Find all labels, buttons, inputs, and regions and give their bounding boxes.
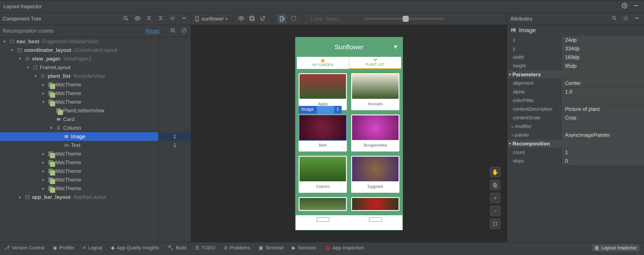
minimize-icon[interactable] — [181, 15, 188, 22]
chevron-right-icon[interactable]: ▸ — [512, 125, 514, 129]
chevron-icon[interactable]: ▾ — [26, 65, 30, 70]
tree-node[interactable]: ▾nav_host - FragmentContainerView — [0, 37, 158, 46]
gear-icon[interactable] — [170, 15, 176, 22]
plant-card[interactable]: Cilantro — [299, 156, 347, 193]
bottom-tab[interactable]: ▶Services — [292, 245, 316, 251]
plant-card[interactable]: Eggplant — [351, 156, 400, 193]
expand-icon[interactable] — [146, 15, 153, 22]
bottom-tab[interactable]: ☰TODO — [195, 245, 215, 251]
search-icon[interactable] — [123, 15, 130, 22]
tree-node[interactable]: ▸MdcTheme — [0, 150, 158, 158]
chevron-icon[interactable]: ▸ — [18, 195, 22, 200]
bottom-tab[interactable]: 🐞App Inspection — [324, 245, 364, 251]
attr-value[interactable]: 24dp — [562, 36, 644, 44]
bottom-tab-active[interactable]: Layout Inspector — [592, 244, 640, 252]
plant-card[interactable]: Bougainvillea — [351, 115, 400, 152]
attr-value[interactable]: 1.0 — [562, 87, 644, 96]
attribute-row[interactable]: alpha1.0 — [507, 87, 644, 96]
attribute-row[interactable]: count1 — [507, 148, 644, 156]
reset-link[interactable]: Reset — [146, 28, 159, 34]
attribute-row[interactable]: width169dp — [507, 53, 644, 61]
section-parameters[interactable]: ▾ Parameters — [507, 70, 644, 79]
export-icon[interactable] — [260, 15, 267, 22]
tree-node[interactable]: Card — [0, 115, 158, 124]
refresh-icon[interactable] — [290, 15, 297, 22]
attribute-row[interactable]: ▸modifier — [507, 122, 644, 131]
chevron-icon[interactable]: ▾ — [10, 48, 14, 52]
plant-card[interactable]: Avocado — [351, 73, 400, 110]
attr-value[interactable]: AsyncImagePainter — [562, 131, 644, 139]
tree-node[interactable]: ▾plant_list - RecyclerView — [0, 72, 158, 80]
snapshot-button[interactable] — [278, 14, 286, 23]
attribute-row[interactable]: contentScaleCrop — [507, 113, 644, 122]
device-selector[interactable]: sunflower ▾ — [194, 16, 227, 22]
zoom-in-button[interactable]: + — [490, 193, 500, 203]
plant-card[interactable]: Image1Beet — [299, 115, 347, 152]
plant-card[interactable] — [351, 197, 400, 211]
tree-node[interactable]: ▾Column — [0, 124, 158, 132]
tree-node[interactable]: ▸MdcTheme — [0, 89, 158, 98]
tree-node[interactable]: ▸app_bar_layout - AppBarLayout — [0, 193, 158, 201]
eye-icon[interactable] — [238, 15, 245, 22]
gear-icon[interactable] — [622, 2, 629, 10]
minimize-icon[interactable] — [634, 15, 641, 22]
chevron-icon[interactable]: ▸ — [41, 177, 46, 182]
attribute-row[interactable]: ▸painterAsyncImagePainter — [507, 131, 644, 139]
tree-node[interactable]: AbText — [0, 141, 158, 150]
layer-spacing-slider[interactable] — [364, 18, 444, 20]
attr-value[interactable]: 95dp — [562, 62, 644, 70]
tree-node[interactable]: ▸MdcTheme — [0, 184, 158, 193]
chevron-icon[interactable]: ▾ — [41, 100, 46, 104]
attribute-row[interactable]: contentDescriptionPicture of plant — [507, 105, 644, 113]
bottom-tab[interactable]: ◉Profiler — [53, 245, 74, 251]
bottom-tab[interactable]: ◆App Quality Insights — [111, 245, 159, 251]
chevron-icon[interactable]: ▾ — [33, 74, 38, 78]
bottom-tab[interactable]: ⊘Problems — [224, 245, 250, 251]
eye-icon[interactable] — [134, 15, 142, 22]
gear-icon[interactable] — [623, 15, 630, 22]
attribute-row[interactable]: alignmentCenter — [507, 79, 644, 87]
tree-node[interactable]: ▾coordinator_layout - CoordinatorLayout — [0, 46, 158, 54]
attr-value[interactable]: Picture of plant — [562, 105, 644, 113]
attr-value[interactable]: Center — [562, 79, 644, 87]
collapse-icon[interactable] — [158, 15, 165, 22]
attribute-row[interactable]: height95dp — [507, 61, 644, 70]
tab-plant-list[interactable]: 🌱 PLANT LIST — [349, 57, 401, 69]
bottom-tab[interactable]: ⎇Version Control — [4, 245, 44, 251]
bottom-tab[interactable]: ▣Terminal — [259, 245, 283, 251]
tree-node[interactable]: ▸MdcTheme — [0, 176, 158, 184]
attribute-row[interactable]: x24dp — [507, 35, 644, 44]
chevron-icon[interactable]: ▸ — [41, 169, 46, 174]
plant-card[interactable] — [299, 197, 347, 211]
zoom-out-button[interactable]: − — [490, 206, 500, 216]
bottom-tab[interactable]: ≡Logcat — [83, 245, 102, 251]
attr-value[interactable]: Crop — [562, 113, 644, 122]
attr-value[interactable]: 169dp — [562, 53, 644, 61]
attribute-row[interactable]: y334dp — [507, 44, 644, 53]
plant-card[interactable]: Apple — [299, 73, 347, 110]
search-icon[interactable] — [612, 15, 618, 22]
attr-value[interactable]: 334dp — [562, 44, 644, 53]
pan-button[interactable]: ✋ — [490, 167, 500, 177]
tree-node[interactable]: ▾FrameLayout — [0, 63, 158, 72]
chevron-icon[interactable]: ▾ — [2, 39, 6, 44]
chevron-icon[interactable]: ▸ — [41, 152, 46, 156]
attribute-row[interactable]: skips0 — [507, 156, 644, 165]
attribute-row[interactable]: colorFilter — [507, 96, 644, 105]
section-recomposition[interactable]: ▾ Recomposition — [507, 139, 644, 148]
rotate-button[interactable] — [490, 180, 500, 190]
chevron-icon[interactable]: ▾ — [49, 126, 53, 130]
chevron-icon[interactable]: ▸ — [41, 91, 46, 96]
tree-node[interactable]: ▾view_pager - ViewPager2 — [0, 54, 158, 63]
chevron-icon[interactable]: ▸ — [41, 160, 46, 165]
disable-icon[interactable] — [181, 27, 188, 34]
tree-node[interactable]: ▾MdcTheme — [0, 98, 158, 106]
fit-button[interactable] — [490, 219, 500, 229]
tree-node[interactable]: ▸MdcTheme — [0, 158, 158, 167]
tree-node[interactable]: ▸MdcTheme — [0, 80, 158, 89]
attr-value[interactable] — [562, 122, 644, 131]
minimize-icon[interactable] — [633, 2, 640, 10]
tab-my-garden[interactable]: 🌼 MY GARDEN — [297, 57, 349, 69]
attr-value[interactable]: 0 — [562, 157, 644, 165]
tree-node[interactable]: PlantListItemView — [0, 106, 158, 115]
